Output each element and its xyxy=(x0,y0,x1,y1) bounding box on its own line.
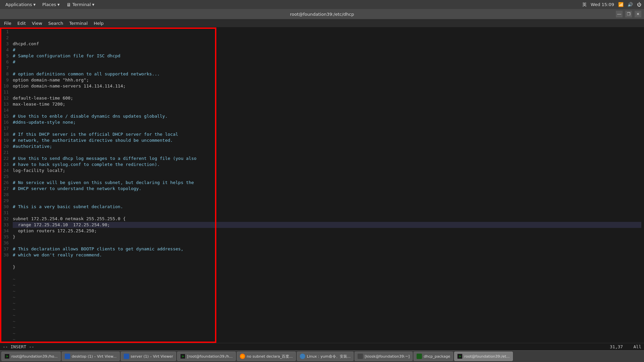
window-title: root@foundation39:/etc/dhcp xyxy=(290,12,354,17)
line-num-36: 36 xyxy=(1,240,9,246)
line-num-26: 26 xyxy=(1,180,9,186)
code-line-23 xyxy=(13,174,641,180)
line-num-23: 23 xyxy=(1,162,9,168)
code-line-32: option routers 172.25.254.250; xyxy=(13,228,641,234)
menu-file[interactable]: File xyxy=(1,20,14,26)
line-num-27: 27 xyxy=(1,186,9,192)
code-line-15 xyxy=(13,125,641,131)
line-num-3: 3 xyxy=(1,41,9,47)
code-line-43: ~ xyxy=(13,294,641,300)
code-line-14: #ddns-update-style none; xyxy=(13,119,641,125)
speaker-icon: 🔊 xyxy=(628,2,633,7)
taskbar-item-firefox2[interactable]: Linux：yum命令、安装... xyxy=(297,352,354,361)
terminal-icon: > xyxy=(4,354,10,359)
code-line-9 xyxy=(13,89,641,95)
line-num-42 xyxy=(1,276,9,282)
line-num-29: 29 xyxy=(1,198,9,204)
code-line-5 xyxy=(13,65,641,71)
menu-search[interactable]: Search xyxy=(46,20,66,26)
menu-edit[interactable]: Edit xyxy=(15,20,29,26)
places-arrow: ▾ xyxy=(57,2,60,7)
code-line-28: # This is a very basic subnet declaratio… xyxy=(13,204,641,210)
menu-terminal[interactable]: Terminal xyxy=(66,20,90,26)
line-num-35: 35 xyxy=(1,234,9,240)
line-num-43 xyxy=(1,282,9,288)
line-num-20: 20 xyxy=(1,143,9,149)
datetime-display: Wed 15:09 xyxy=(591,2,614,7)
taskbar-item-desktop1[interactable]: desktop (1) – Virt View... xyxy=(62,352,120,361)
line-num-9: 9 xyxy=(1,77,9,83)
line-num-21: 21 xyxy=(1,149,9,156)
code-line-35: # This declaration allows BOOTP clients … xyxy=(13,246,641,252)
code-line-38: } xyxy=(13,264,641,270)
code-line-17: # network, the authoritative directive s… xyxy=(13,137,641,143)
terminal-menu-bar: File Edit View Search Terminal Help xyxy=(0,19,644,27)
menu-view[interactable]: View xyxy=(29,20,45,26)
taskbar-item-kiosk[interactable]: [kiosk@foundation39:~] xyxy=(355,352,413,361)
code-line-45: ~ xyxy=(13,306,641,312)
system-topbar: Applications ▾ Places ▾ 🖥 Terminal ▾ 英 W… xyxy=(0,0,644,9)
taskbar-label-dhcp: dhcp_package xyxy=(424,354,450,359)
taskbar-label-firefox1: no subnet declara_百度... xyxy=(247,354,293,359)
line-num-49 xyxy=(1,318,9,324)
line-num-38: 38 xyxy=(1,252,9,258)
code-line-49: ~ xyxy=(13,330,641,337)
taskbar-label-term1: root@foundation39:/ho... xyxy=(11,354,58,359)
taskbar-label-active: root@foundation39:/et... xyxy=(464,354,509,359)
code-line-47: ~ xyxy=(13,318,641,324)
line-num-4: 4 xyxy=(1,47,9,53)
code-line-19 xyxy=(13,149,641,156)
status-bar: -- INSERT -- 31,37 All xyxy=(0,343,644,350)
root-icon: > xyxy=(180,354,185,359)
taskbar-label-kiosk: [kiosk@foundation39:~] xyxy=(365,354,410,359)
code-line-46: ~ xyxy=(13,312,641,318)
code-editor[interactable]: dhcpd.conf## Sample configuration file f… xyxy=(10,27,644,343)
line-num-40 xyxy=(1,264,9,270)
line-num-30: 30 xyxy=(1,204,9,210)
taskbar-item-firefox1[interactable]: no subnet declara_百度... xyxy=(237,352,296,361)
line-num-34: 34 xyxy=(1,228,9,234)
line-num-14: 14 xyxy=(1,107,9,113)
line-num-53 xyxy=(1,343,9,343)
code-line-25: # DHCP server to understand the network … xyxy=(13,186,641,192)
line-num-24: 24 xyxy=(1,168,9,174)
terminal-label: Terminal xyxy=(72,2,91,7)
line-num-12: 12 xyxy=(1,95,9,101)
applications-menu[interactable]: Applications ▾ xyxy=(3,1,38,8)
minimize-button[interactable]: — xyxy=(616,11,623,17)
wifi-icon: 📶 xyxy=(618,2,624,7)
menu-help[interactable]: Help xyxy=(91,20,106,26)
code-line-34 xyxy=(13,240,641,246)
editor-area[interactable]: 1234567891011121314151617181920212223242… xyxy=(0,27,644,343)
line-num-6: 6 xyxy=(1,59,9,65)
active-icon: > xyxy=(457,354,463,359)
code-line-24: # No service will be given on this subne… xyxy=(13,180,641,186)
kiosk-icon xyxy=(358,354,363,359)
line-num-2: 2 xyxy=(1,35,9,41)
places-menu[interactable]: Places ▾ xyxy=(40,1,62,8)
line-numbers: 1234567891011121314151617181920212223242… xyxy=(0,27,10,343)
line-num-7: 7 xyxy=(1,65,9,71)
taskbar-item-server1[interactable]: server (1) – Virt Viewer xyxy=(121,352,176,361)
code-line-33: } xyxy=(13,234,641,240)
taskbar-item-term1[interactable]: >root@foundation39:/ho... xyxy=(1,352,61,361)
line-num-45 xyxy=(1,294,9,300)
line-num-16: 16 xyxy=(1,119,9,125)
line-num-44 xyxy=(1,288,9,294)
restore-button[interactable]: ❐ xyxy=(625,11,632,17)
code-line-21: # have to hack syslog.conf to complete t… xyxy=(13,162,641,168)
line-num-31: 31 xyxy=(1,210,9,216)
terminal-menu-top[interactable]: 🖥 Terminal ▾ xyxy=(64,1,97,8)
line-num-48 xyxy=(1,312,9,318)
taskbar-item-root2[interactable]: >[root@foundation39:/h... xyxy=(177,352,236,361)
line-num-37: 37 xyxy=(1,246,9,252)
line-num-25: 25 xyxy=(1,174,9,180)
taskbar-item-active[interactable]: >root@foundation39:/et... xyxy=(454,352,513,361)
line-num-47 xyxy=(1,306,9,312)
close-button[interactable]: ✕ xyxy=(635,11,641,17)
taskbar-item-dhcp[interactable]: dhcp_package xyxy=(414,352,453,361)
taskbar-label-firefox2: Linux：yum命令、安装... xyxy=(307,354,351,359)
code-line-50: ~ xyxy=(13,337,641,343)
taskbar: >root@foundation39:/ho...desktop (1) – V… xyxy=(0,350,644,362)
code-line-41: ~ xyxy=(13,282,641,288)
